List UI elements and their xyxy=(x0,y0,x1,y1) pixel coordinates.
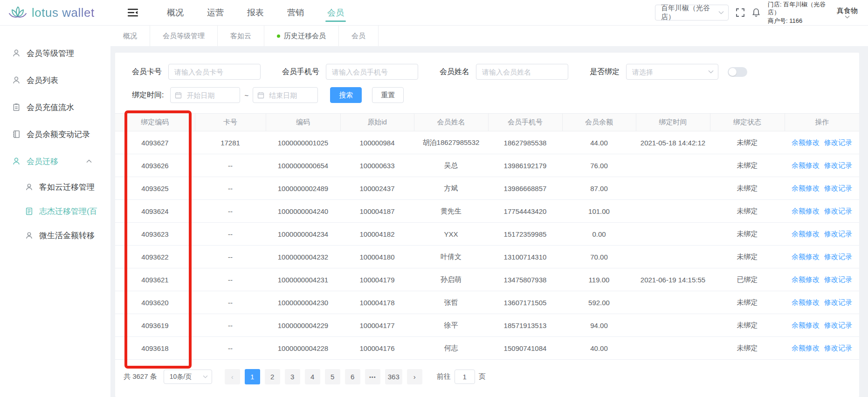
balance-edit-link[interactable]: 余额修改 xyxy=(792,138,820,146)
sidebar-item-member-migration[interactable]: 会员迁移 xyxy=(0,148,110,175)
table-header-row: 绑定编码卡号编码原始id会员姓名会员手机号会员余额绑定时间绑定状态操作 xyxy=(115,114,859,131)
last-page-button[interactable]: 363 xyxy=(385,369,402,384)
table-cell: 叶倩文 xyxy=(414,246,488,268)
fullscreen-icon[interactable] xyxy=(736,8,744,17)
card-number-input[interactable] xyxy=(168,64,261,80)
table-cell: 1000000001025 xyxy=(266,131,340,154)
phone-input[interactable] xyxy=(326,64,418,80)
nav-marketing[interactable]: 营销 xyxy=(286,0,305,26)
account-menu[interactable]: 真食物 xyxy=(837,7,858,19)
table-cell: -- xyxy=(195,177,266,200)
nav-reports[interactable]: 报表 xyxy=(246,0,265,26)
chevron-down-icon xyxy=(718,11,724,14)
sidebar-item-keruyun-migration[interactable]: 客如云迁移管理 xyxy=(0,175,110,199)
balance-edit-link[interactable]: 余额修改 xyxy=(792,253,820,260)
nav-members[interactable]: 会员 xyxy=(326,0,345,26)
table-cell xyxy=(636,246,710,268)
balance-edit-link[interactable]: 余额修改 xyxy=(792,321,820,329)
page-size-select[interactable]: 10条/页 xyxy=(164,370,212,384)
table-cell: 18627985538 xyxy=(488,131,562,154)
table-cell: 100004178 xyxy=(340,291,414,314)
chevron-up-icon xyxy=(86,159,92,163)
table-cell: 13986668857 xyxy=(488,177,562,200)
filter-row-2: 绑定时间: ~ 搜索 重置 xyxy=(132,87,859,103)
edit-record-link[interactable]: 修改记录 xyxy=(824,184,852,192)
prev-page-button[interactable]: ‹ xyxy=(225,369,240,384)
table-cell: 1000000004230 xyxy=(266,291,340,314)
edit-record-link[interactable]: 修改记录 xyxy=(824,275,852,283)
nav-overview[interactable]: 概况 xyxy=(166,0,185,26)
table-cell: 徐平 xyxy=(414,314,488,337)
filter-toggle-switch[interactable] xyxy=(728,67,747,77)
edit-record-link[interactable]: 修改记录 xyxy=(824,321,852,329)
edit-record-link[interactable]: 修改记录 xyxy=(824,298,852,306)
sidebar-item-balance-changes[interactable]: 会员余额变动记录 xyxy=(0,121,110,148)
table-cell: 17754443420 xyxy=(488,200,562,223)
sidebar-item-zhijie-migration[interactable]: 志杰迁移管理(百 xyxy=(0,199,110,223)
tab-member-levels[interactable]: 会员等级管理 xyxy=(150,26,218,46)
user-icon xyxy=(25,183,33,191)
edit-record-link[interactable]: 修改记录 xyxy=(824,207,852,215)
sidebar-item-member-list[interactable]: 会员列表 xyxy=(0,67,110,94)
nav-operations[interactable]: 运营 xyxy=(206,0,225,26)
table-cell: 100004187 xyxy=(340,200,414,223)
store-select[interactable]: 百年川椒（光谷店） xyxy=(655,5,729,21)
tab-members[interactable]: 会员 xyxy=(339,26,379,46)
edit-record-link[interactable]: 修改记录 xyxy=(824,161,852,169)
edit-record-link[interactable]: 修改记录 xyxy=(824,138,852,146)
table-cell: -- xyxy=(195,200,266,223)
table-cell: 吴总 xyxy=(414,154,488,177)
balance-edit-link[interactable]: 余额修改 xyxy=(792,344,820,352)
bind-status-select[interactable] xyxy=(626,64,718,80)
next-page-button[interactable]: › xyxy=(407,369,422,384)
balance-edit-link[interactable]: 余额修改 xyxy=(792,207,820,215)
table-row: 4093620--1000000004230100004178张哲1360717… xyxy=(115,291,859,314)
table-cell: 94.00 xyxy=(562,314,636,337)
user-icon xyxy=(12,157,21,165)
table-cell: 4093619 xyxy=(115,314,195,337)
page-button-active[interactable]: 1 xyxy=(245,369,260,384)
page-button[interactable]: 5 xyxy=(325,369,340,384)
row-actions: 余额修改修改记录 xyxy=(785,177,859,200)
column-header: 绑定状态 xyxy=(710,114,785,131)
table-cell: 87.00 xyxy=(562,177,636,200)
menu-collapse-icon[interactable] xyxy=(128,8,138,17)
start-date-input[interactable] xyxy=(170,87,240,103)
page-button[interactable]: 4 xyxy=(305,369,320,384)
tab-overview[interactable]: 概况 xyxy=(110,26,150,46)
name-input[interactable] xyxy=(476,64,568,80)
table-cell: 黄先生 xyxy=(414,200,488,223)
table-row: 4093622--1000000004232100004180叶倩文131007… xyxy=(115,246,859,268)
sidebar: 会员等级管理 会员列表 会员充值流水 会员余额变动记录 会员迁移 客如云迁移管理… xyxy=(0,26,110,397)
reset-button[interactable]: 重置 xyxy=(372,87,404,103)
row-actions: 余额修改修改记录 xyxy=(785,314,859,337)
table-cell: 44.00 xyxy=(562,131,636,154)
page-button[interactable]: 3 xyxy=(285,369,300,384)
page-ellipsis[interactable]: ••• xyxy=(365,369,380,384)
page-button[interactable]: 2 xyxy=(265,369,280,384)
search-button[interactable]: 搜索 xyxy=(330,87,362,103)
row-actions: 余额修改修改记录 xyxy=(785,200,859,223)
tab-history-migrated-members[interactable]: 历史迁移会员 xyxy=(264,26,339,46)
sidebar-item-member-levels[interactable]: 会员等级管理 xyxy=(0,40,110,67)
balance-edit-link[interactable]: 余额修改 xyxy=(792,161,820,169)
table-cell: 孙启萌 xyxy=(414,268,488,291)
tab-strip: 概况 会员等级管理 客如云 历史迁移会员 会员 xyxy=(110,26,868,46)
balance-edit-link[interactable]: 余额修改 xyxy=(792,275,820,283)
edit-record-link[interactable]: 修改记录 xyxy=(824,253,852,260)
balance-edit-link[interactable]: 余额修改 xyxy=(792,230,820,238)
sidebar-item-weishenghuo-transfer[interactable]: 微生活金额转移 xyxy=(0,223,110,247)
page-button[interactable]: 6 xyxy=(345,369,360,384)
table-cell: 100004176 xyxy=(340,337,414,360)
table-cell: 1000000004231 xyxy=(266,268,340,291)
goto-page-input[interactable] xyxy=(455,370,475,384)
end-date-input[interactable] xyxy=(253,87,318,103)
table-cell: 4093620 xyxy=(115,291,195,314)
notification-bell-icon[interactable] xyxy=(752,8,760,17)
edit-record-link[interactable]: 修改记录 xyxy=(824,344,852,352)
balance-edit-link[interactable]: 余额修改 xyxy=(792,184,820,192)
sidebar-item-recharge-flow[interactable]: 会员充值流水 xyxy=(0,94,110,121)
balance-edit-link[interactable]: 余额修改 xyxy=(792,298,820,306)
edit-record-link[interactable]: 修改记录 xyxy=(824,230,852,238)
tab-keruyun[interactable]: 客如云 xyxy=(218,26,264,46)
